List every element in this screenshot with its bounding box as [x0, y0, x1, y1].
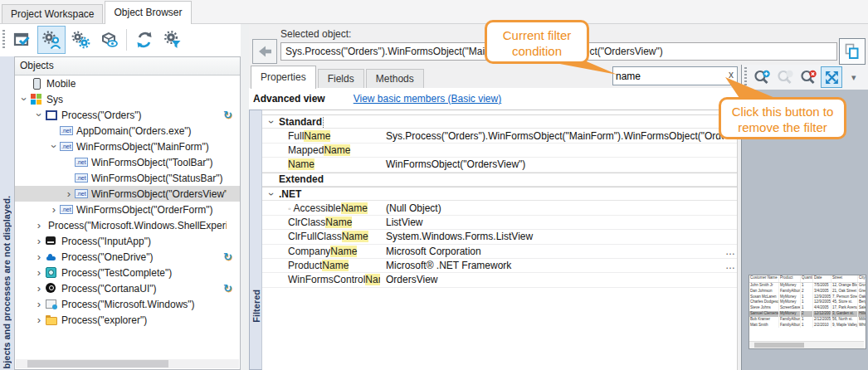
highlight-object-button[interactable]	[9, 27, 36, 53]
dropdown-caret-icon[interactable]: ▾	[851, 72, 856, 83]
ellipsis-button[interactable]: …	[724, 248, 737, 255]
window-check-icon	[12, 30, 32, 50]
tree-expander-icon[interactable]: ›	[33, 267, 45, 278]
group-chevron-icon[interactable]: ›	[266, 187, 276, 202]
thumbnail-horizontal-scrollbar[interactable]	[749, 341, 864, 348]
property-row[interactable]: › Extended …	[262, 173, 737, 187]
tree-item-label: AppDomain("Orders.exe")	[76, 125, 192, 137]
tree-item-icon	[45, 235, 58, 247]
filter-input[interactable]	[612, 66, 738, 85]
object-browser-settings-button[interactable]	[67, 27, 94, 53]
tree-item[interactable]: › Process("OneDrive") ↻	[15, 249, 240, 265]
tree-expander-icon[interactable]: ›	[33, 251, 45, 262]
remove-zoom-button[interactable]	[797, 66, 819, 88]
tree-item[interactable]: › WinFormsObject("OrdersView") ↻	[15, 186, 240, 202]
property-value: Sys.Process("Orders").WinFormsObject("Ma…	[380, 130, 724, 142]
tree-item[interactable]: › Process("explorer") ↻	[15, 312, 240, 328]
refresh-button[interactable]	[131, 27, 158, 53]
fit-to-window-button[interactable]	[821, 66, 842, 88]
refresh-icon	[134, 30, 154, 50]
tree-expander-icon[interactable]: ›	[33, 220, 45, 231]
tree-item-icon	[45, 109, 58, 121]
tree-expander-icon[interactable]: ›	[63, 188, 75, 199]
zoom-button[interactable]	[774, 66, 796, 88]
toolbar-grip[interactable]	[2, 30, 5, 50]
thumbnail-row: Steve Johns ScreenSaver 1 4/4/2005 17, P…	[749, 305, 866, 311]
toolbar-grip[interactable]	[744, 67, 747, 87]
panel-splitter[interactable]	[241, 23, 249, 370]
tree-item-icon	[75, 156, 88, 168]
property-row[interactable]: › ProductName Microsoft® .NET Framework …	[262, 259, 737, 273]
property-row[interactable]: › ClrFullClassName System.Windows.Forms.…	[262, 230, 737, 244]
copy-button[interactable]	[839, 38, 866, 65]
tree-item-label: WinFormsObject("OrderForm")	[76, 204, 213, 216]
back-button[interactable]	[252, 39, 277, 64]
tree-expander-icon[interactable]: ›	[33, 283, 45, 294]
clear-filter-button[interactable]: x	[729, 69, 734, 80]
tree-item-label: Sys	[46, 94, 63, 105]
tree-item[interactable]: › WinFormsObject("MainForm") ↻	[15, 139, 240, 154]
tree-item[interactable]: › Process("CortanaUI") ↻	[15, 280, 240, 296]
tree-expander-icon[interactable]: ›	[34, 110, 45, 121]
property-value: Microsoft® .NET Framework	[380, 260, 724, 271]
tree-expander-icon[interactable]: ›	[48, 204, 60, 215]
tree-item[interactable]: › Process("InputApp") ↻	[15, 233, 240, 249]
tree-item-label: Process("explorer")	[61, 314, 147, 326]
ellipsis-button[interactable]: …	[724, 262, 737, 269]
thumbnail-header-row: Customer Name Product Quantity Date Stre…	[749, 275, 866, 283]
property-name: CompanyName	[279, 246, 380, 257]
tab-project-workspace[interactable]: Project Workspace	[2, 4, 103, 23]
tab-fields[interactable]: Fields	[318, 69, 364, 88]
tab-object-browser[interactable]: Object Browser	[105, 1, 191, 24]
object-thumbnail[interactable]: Customer Name Product Quantity Date Stre…	[749, 275, 866, 349]
tree-item[interactable]: › WinFormsObject("ToolBar") ↻	[15, 154, 240, 170]
scrollbar-thumb[interactable]	[27, 360, 168, 368]
property-row[interactable]: › Standard …	[262, 114, 737, 129]
tree-item[interactable]: › Process("Microsoft.Windows") ↻	[15, 296, 240, 312]
property-row[interactable]: › FullName Sys.Process("Orders").WinForm…	[262, 129, 737, 143]
tree-item[interactable]: › WinFormsObject("StatusBar") ↻	[15, 170, 240, 186]
thumbnail-row: John Smith Jr MyMoney 1 7/5/2005 12, Ora…	[749, 283, 866, 289]
tree-expander-icon[interactable]: ›	[33, 314, 45, 325]
objects-panel: Objects › Mobile ↻ › Sys ↻ › Process("Or…	[14, 56, 241, 370]
tree-expander-icon[interactable]: ›	[49, 141, 60, 153]
thumbnail-rows: John Smith Jr MyMoney 1 7/5/2005 12, Ora…	[749, 283, 866, 328]
property-value: OrdersView	[380, 274, 724, 285]
tab-properties[interactable]: Properties	[251, 66, 316, 89]
filter-processes-button[interactable]	[159, 27, 186, 53]
thumbnail-row: Samuel Clemens MyMoney 2 12/12/2005 3, G…	[749, 311, 866, 317]
tree-item[interactable]: › Process("Microsoft.Windows.ShellExperi…	[15, 217, 240, 233]
copy-icon	[843, 42, 861, 61]
tree-expander-icon[interactable]: ›	[33, 236, 45, 246]
tree-expander-icon[interactable]: ›	[19, 94, 30, 105]
tree-item[interactable]: › Mobile ↻	[15, 75, 240, 91]
property-row[interactable]: › WinFormsControlName OrdersView …	[262, 273, 737, 287]
property-row[interactable]: › AccessibleName (Null Object) …	[262, 201, 737, 215]
tree-item[interactable]: › AppDomain("Orders.exe") ↻	[15, 123, 240, 139]
property-row[interactable]: › Name WinFormsObject("OrdersView") …	[262, 158, 737, 172]
tree-item[interactable]: › Process("Orders") ↻	[15, 107, 240, 123]
tree-item[interactable]: › Process("TestComplete") ↻	[15, 265, 240, 280]
tab-methods[interactable]: Methods	[366, 69, 424, 88]
group-chevron-icon[interactable]: ›	[266, 114, 276, 129]
property-name: .NET	[279, 188, 380, 200]
property-row[interactable]: › CompanyName Microsoft Corporation …	[262, 245, 737, 259]
tree-item-icon	[75, 172, 88, 184]
view-object-button[interactable]	[95, 27, 122, 53]
property-row[interactable]: › .NET …	[262, 187, 737, 201]
property-row[interactable]: › ClrClassName ListView …	[262, 216, 737, 230]
tree-horizontal-scrollbar[interactable]	[16, 359, 239, 368]
property-value: (Null Object)	[380, 202, 724, 214]
tree-item[interactable]: › WinFormsObject("OrderForm") ↻	[15, 202, 240, 217]
tree-item[interactable]: › Sys ↻	[15, 91, 240, 107]
zoom-in-button[interactable]	[751, 66, 773, 88]
thumbnail-row: Matt Smith FamilyAlbum 1 2/2/2010 9, Map…	[749, 323, 866, 329]
tree-item-icon	[30, 77, 43, 90]
scrollbar-thumb[interactable]	[754, 343, 804, 348]
selected-object-label: Selected object:	[280, 28, 351, 40]
basic-view-link[interactable]: View basic members (Basic view)	[354, 93, 502, 105]
tree-item-icon	[75, 187, 88, 200]
tree-expander-icon[interactable]: ›	[33, 299, 45, 309]
property-row[interactable]: › MappedName …	[262, 144, 737, 158]
process-filter-button[interactable]	[37, 26, 66, 54]
